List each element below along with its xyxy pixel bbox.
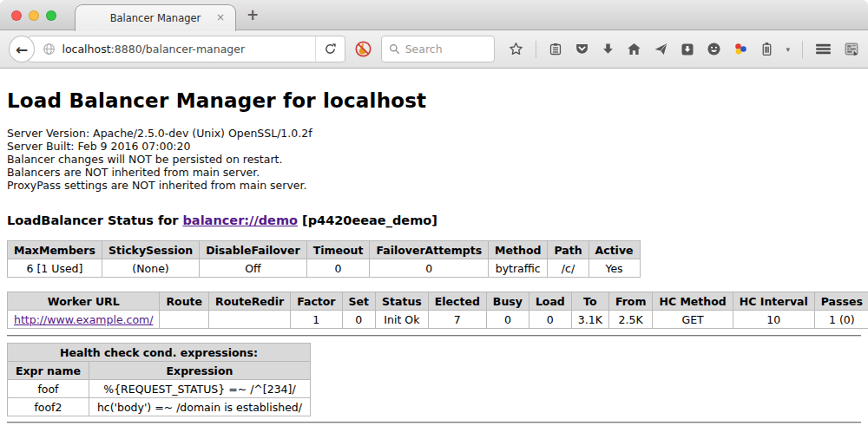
hc-method-value: GET	[653, 311, 733, 329]
tab-balancer-manager[interactable]: Balancer Manager ×	[75, 4, 236, 31]
column-header: Expression	[89, 362, 310, 380]
failoverattempts-value: 0	[370, 259, 489, 278]
column-header: Active	[589, 241, 640, 259]
url-domain: localhost	[62, 43, 110, 56]
page-title: Load Balancer Manager for localhost	[7, 69, 861, 112]
url-text: localhost:8880/balancer-manager	[62, 43, 314, 56]
column-header: Path	[548, 241, 589, 259]
column-header: Expr name	[8, 362, 89, 380]
colorzilla-icon[interactable]	[733, 42, 748, 56]
from-value: 2.5K	[608, 311, 653, 329]
zoom-window-button[interactable]	[46, 10, 56, 21]
bookmark-star-icon[interactable]	[509, 42, 523, 56]
column-header: FailoverAttempts	[370, 241, 489, 259]
emoji-icon[interactable]	[707, 42, 721, 56]
column-header: Set	[342, 292, 375, 311]
close-window-button[interactable]	[11, 10, 22, 21]
url-bar[interactable]: localhost:8880/balancer-manager	[28, 36, 345, 62]
server-version-line: Server Version: Apache/2.5.0-dev (Unix) …	[7, 127, 861, 140]
route-value	[160, 311, 209, 329]
downloads-icon[interactable]	[602, 43, 615, 56]
routeredir-value	[209, 311, 291, 329]
to-value: 3.1K	[571, 311, 608, 329]
set-value: 0	[342, 311, 375, 329]
status-value: Init Ok	[376, 311, 429, 329]
table-title-row: Health check cond. expressions:	[8, 344, 311, 362]
expression-value: %{REQUEST_STATUS} =~ /^[234]/	[89, 380, 310, 398]
table-header-row: Worker URL Route RouteRedir Factor Set S…	[8, 292, 868, 311]
persist-notice-line: Balancer changes will NOT be persisted o…	[7, 153, 861, 166]
column-header: Passes	[814, 292, 868, 311]
balancer-settings-table: MaxMembers StickySession DisableFailover…	[7, 240, 641, 278]
factor-value: 1	[291, 311, 342, 329]
column-header: StickySession	[102, 241, 199, 259]
column-header: DisableFailover	[200, 241, 306, 259]
column-header: To	[571, 292, 608, 311]
flash-block-icon[interactable]	[354, 40, 372, 58]
column-header: RouteRedir	[209, 292, 291, 311]
worker-url-cell: http://www.example.com/	[8, 311, 160, 329]
timeout-value: 0	[306, 259, 370, 278]
section-divider	[7, 335, 861, 337]
globe-icon	[43, 43, 56, 56]
table-row: http://www.example.com/ 1 0 Init Ok 7 0 …	[8, 311, 868, 329]
path-value: /c/	[548, 259, 589, 278]
send-tab-icon[interactable]	[654, 42, 668, 56]
maxmembers-value: 6 [1 Used]	[8, 259, 102, 278]
stickysession-value: (None)	[102, 259, 199, 278]
new-tab-button[interactable]: +	[247, 6, 259, 23]
balancer-demo-link[interactable]: balancer://demo	[182, 213, 298, 227]
minimize-window-button[interactable]	[29, 10, 39, 21]
column-header: Method	[489, 241, 548, 259]
page-bottom-divider	[7, 422, 861, 423]
home-icon[interactable]	[627, 42, 641, 56]
expr-name-value: foof	[8, 380, 89, 398]
traffic-lights	[11, 10, 56, 21]
table-header-row: MaxMembers StickySession DisableFailover…	[8, 241, 641, 259]
column-header: From	[608, 292, 653, 311]
browser-window: Balancer Manager × + ← localhost:8880/ba…	[0, 0, 868, 426]
column-header: HC Method	[653, 292, 733, 311]
bookmarks-menu-icon[interactable]	[549, 43, 562, 56]
column-header: HC Interval	[733, 292, 814, 311]
tab-close-icon[interactable]: ×	[216, 12, 225, 23]
toolbar-buttons: ▾	[509, 41, 859, 58]
url-path: :8880/balancer-manager	[111, 43, 245, 56]
toolbar-separator	[536, 41, 536, 58]
save-page-icon[interactable]	[681, 43, 694, 56]
table-header-row: Expr name Expression	[8, 362, 311, 380]
health-check-table: Health check cond. expressions: Expr nam…	[7, 343, 311, 416]
table-row: 6 [1 Used] (None) Off 0 0 bytraffic /c/ …	[8, 259, 641, 278]
proxypass-notice-line: ProxyPass settings are NOT inherited fro…	[7, 179, 861, 192]
overflow-caret-icon[interactable]: ▾	[786, 45, 790, 54]
menu-icon[interactable]	[815, 43, 832, 56]
column-header: Busy	[486, 292, 529, 311]
server-built-line: Server Built: Feb 9 2016 07:00:20	[7, 140, 861, 153]
pocket-icon[interactable]	[575, 42, 589, 56]
table-row: foof %{REQUEST_STATUS} =~ /^[234]/	[8, 380, 311, 398]
status-prefix: LoadBalancer Status for	[7, 213, 182, 227]
page-content: Load Balancer Manager for localhost Serv…	[0, 69, 868, 425]
status-suffix: [p4420eeae_demo]	[298, 213, 437, 227]
expression-value: hc('body') =~ /domain is established/	[89, 398, 310, 416]
column-header: Factor	[291, 292, 342, 311]
balancer-status-heading: LoadBalancer Status for balancer://demo …	[7, 213, 861, 227]
search-bar[interactable]: Search	[381, 36, 496, 62]
hc-interval-value: 10	[733, 311, 814, 329]
inherit-notice-line: Balancers are NOT inherited from main se…	[7, 166, 861, 179]
load-value: 0	[529, 311, 571, 329]
column-header: MaxMembers	[8, 241, 102, 259]
column-header: Status	[376, 292, 429, 311]
worker-url-link[interactable]: http://www.example.com/	[14, 313, 153, 326]
reload-button[interactable]	[315, 36, 345, 62]
battery-icon[interactable]	[760, 42, 773, 56]
passes-value: 1 (0)	[814, 311, 868, 329]
table-row: foof2 hc('body') =~ /domain is establish…	[8, 398, 311, 416]
column-header: Route	[160, 292, 209, 311]
screenshot-grid-icon[interactable]	[844, 42, 859, 56]
elected-value: 7	[428, 311, 486, 329]
column-header: Elected	[428, 292, 486, 311]
worker-status-table: Worker URL Route RouteRedir Factor Set S…	[7, 292, 868, 329]
column-header: Load	[529, 292, 571, 311]
search-icon	[389, 43, 400, 55]
